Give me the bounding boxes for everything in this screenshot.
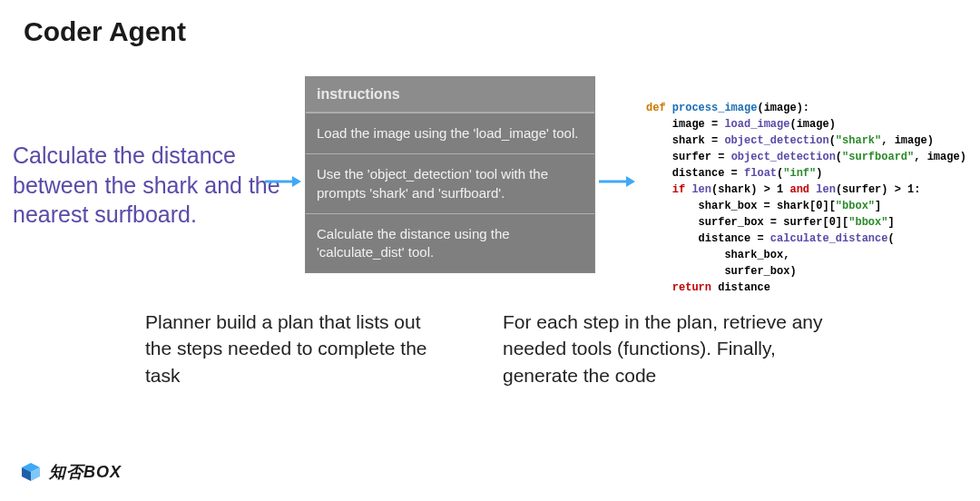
plan-header: instructions — [306, 77, 594, 113]
page-title: Coder Agent — [24, 16, 186, 47]
plan-row: Load the image using the 'load_image' to… — [306, 113, 594, 153]
svg-marker-1 — [292, 176, 301, 187]
planner-caption: Planner build a plan that lists out the … — [145, 309, 445, 388]
plan-row: Calculate the distance using the 'calcul… — [306, 213, 594, 273]
cube-logo-icon — [20, 461, 42, 483]
generated-code: def process_image(image): image = load_i… — [646, 100, 966, 296]
watermark-text: 知否BOX — [49, 461, 122, 483]
user-prompt: Calculate the distance between the shark… — [13, 141, 289, 230]
codegen-caption: For each step in the plan, retrieve any … — [503, 309, 829, 388]
arrow-right-icon — [265, 172, 301, 191]
arrow-right-icon — [599, 172, 635, 191]
plan-table: instructions Load the image using the 'l… — [305, 76, 595, 273]
svg-marker-3 — [626, 176, 635, 187]
watermark: 知否BOX — [20, 461, 122, 483]
plan-row: Use the 'object_detection' tool with the… — [306, 153, 594, 213]
